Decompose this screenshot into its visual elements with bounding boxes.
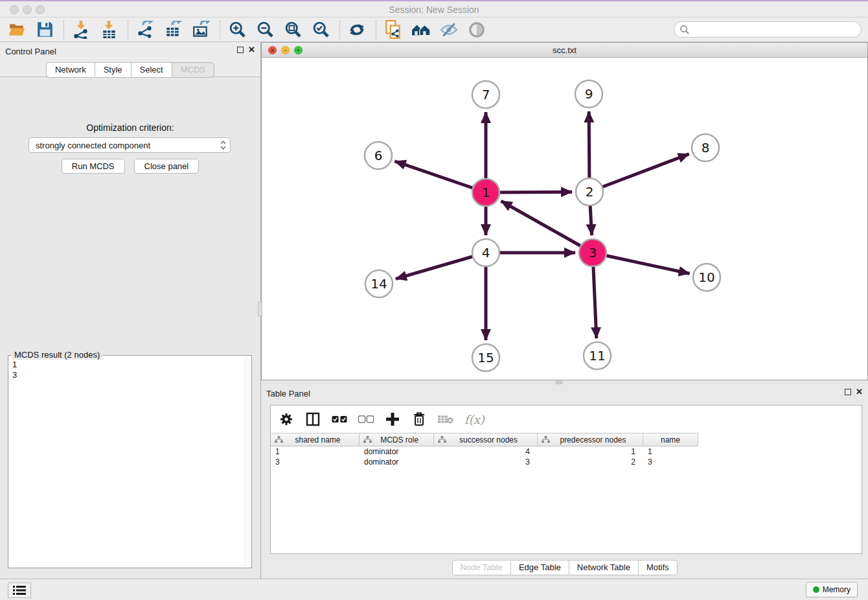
cell-successor-nodes[interactable]: 3 bbox=[434, 457, 538, 467]
mcds-result-title: MCDS result (2 nodes) bbox=[12, 350, 102, 360]
zoom-fit-icon[interactable] bbox=[282, 19, 303, 40]
session-title: Session: New Session bbox=[0, 5, 868, 15]
tab-style[interactable]: Style bbox=[95, 62, 131, 78]
graph-node-label-14: 14 bbox=[371, 276, 387, 292]
export-image-icon[interactable] bbox=[190, 19, 211, 40]
cell-predecessor-nodes[interactable]: 1 bbox=[538, 447, 643, 456]
control-panel-title: Control Panel bbox=[5, 47, 56, 56]
graph-node-label-1: 1 bbox=[482, 185, 490, 200]
app-titlebar: Session: New Session bbox=[0, 0, 868, 17]
search-icon bbox=[680, 25, 690, 35]
table-toolbar: f(x) bbox=[271, 406, 862, 433]
column-header-successor-nodes[interactable]: successor nodes bbox=[434, 433, 538, 446]
float-panel-icon[interactable] bbox=[237, 47, 244, 53]
zoom-selected-icon[interactable] bbox=[310, 19, 331, 40]
cell-shared-name[interactable]: 3 bbox=[271, 457, 360, 467]
graph-node-label-7: 7 bbox=[482, 87, 490, 102]
tree-icon bbox=[542, 436, 550, 443]
tree-icon bbox=[275, 436, 283, 443]
tab-mcds[interactable]: MCDS bbox=[172, 62, 214, 78]
search-input[interactable] bbox=[674, 21, 862, 38]
task-history-button[interactable] bbox=[8, 583, 31, 598]
tab-network-table[interactable]: Network Table bbox=[569, 560, 639, 575]
zoom-out-icon[interactable] bbox=[255, 19, 275, 40]
run-mcds-button[interactable]: Run MCDS bbox=[62, 159, 125, 174]
close-panel-button[interactable]: Close panel bbox=[134, 159, 200, 174]
open-session-icon[interactable] bbox=[6, 19, 27, 40]
graph-node-label-6: 6 bbox=[374, 148, 383, 163]
hide-details-icon[interactable] bbox=[439, 19, 459, 40]
graph-node-label-2: 2 bbox=[586, 184, 594, 200]
unselect-all-columns-icon[interactable] bbox=[358, 411, 374, 427]
import-table-icon[interactable] bbox=[98, 19, 119, 40]
graph-node-label-8: 8 bbox=[702, 140, 710, 156]
toolbar-separator bbox=[220, 21, 220, 39]
delete-table-icon bbox=[438, 411, 453, 427]
network-view-window: ✕ − + scc.txt 7968124314101511 bbox=[261, 42, 868, 380]
home-view-icon[interactable] bbox=[411, 19, 431, 40]
cell-predecessor-nodes[interactable]: 2 bbox=[538, 457, 643, 467]
optimization-criterion-label: Optimization criterion: bbox=[0, 122, 260, 133]
column-header-shared-name[interactable]: shared name bbox=[271, 433, 360, 446]
add-column-icon[interactable] bbox=[385, 411, 400, 427]
tab-network[interactable]: Network bbox=[46, 62, 95, 78]
close-panel-icon[interactable]: ✕ bbox=[248, 47, 255, 53]
network-canvas[interactable]: 7968124314101511 bbox=[262, 58, 867, 380]
table-row[interactable]: 3 dominator 3 2 3 bbox=[271, 457, 862, 467]
tab-motifs[interactable]: Motifs bbox=[639, 560, 678, 575]
tab-node-table[interactable]: Node Table bbox=[451, 560, 511, 575]
cell-name[interactable]: 1 bbox=[643, 447, 698, 456]
column-header-mcds-role[interactable]: MCDS role bbox=[360, 433, 434, 446]
memory-label: Memory bbox=[823, 585, 851, 594]
column-header-predecessor-nodes[interactable]: predecessor nodes bbox=[538, 433, 643, 446]
delete-columns-icon[interactable] bbox=[411, 411, 427, 427]
save-session-icon[interactable] bbox=[34, 19, 55, 40]
graph-node-label-4: 4 bbox=[482, 245, 490, 260]
refresh-layout-icon[interactable] bbox=[347, 19, 367, 40]
graph-node-label-15: 15 bbox=[477, 350, 494, 365]
import-network-icon[interactable] bbox=[71, 19, 91, 40]
show-columns-icon[interactable] bbox=[305, 411, 321, 427]
birdseye-view-icon[interactable] bbox=[466, 19, 487, 40]
table-row[interactable]: 1 dominator 4 1 1 bbox=[271, 446, 862, 457]
table-header-row: shared name MCDS role successor nodes pr… bbox=[271, 433, 862, 446]
mcds-result-list: 1 3 bbox=[12, 360, 17, 380]
mcds-panel-body: Optimization criterion: strongly connect… bbox=[0, 76, 260, 579]
close-table-panel-icon[interactable]: ✕ bbox=[856, 389, 863, 395]
graph-edge-3-1[interactable] bbox=[501, 201, 593, 253]
toolbar-separator bbox=[63, 21, 64, 39]
graph-node-label-3: 3 bbox=[589, 245, 597, 260]
cell-mcds-role[interactable]: dominator bbox=[360, 447, 434, 456]
graph-node-label-11: 11 bbox=[589, 348, 605, 363]
select-all-columns-icon[interactable] bbox=[332, 411, 347, 427]
table-tabs: Node Table Edge Table Network Table Moti… bbox=[451, 560, 677, 575]
node-table: f(x) shared name MCDS role successor nod… bbox=[270, 405, 862, 554]
copy-network-icon[interactable] bbox=[383, 19, 404, 40]
network-window-titlebar[interactable]: ✕ − + scc.txt bbox=[262, 43, 867, 58]
column-header-name[interactable]: name bbox=[643, 433, 698, 446]
graph-edge-3-10[interactable] bbox=[593, 253, 690, 273]
cell-shared-name[interactable]: 1 bbox=[271, 447, 360, 456]
table-settings-icon[interactable] bbox=[279, 411, 294, 427]
mcds-result-scrollbar[interactable] bbox=[244, 358, 250, 565]
criterion-select[interactable]: strongly connected component bbox=[29, 137, 231, 153]
memory-button[interactable]: Memory bbox=[806, 582, 858, 597]
float-table-panel-icon[interactable] bbox=[845, 389, 851, 395]
network-graph-svg[interactable]: 7968124314101511 bbox=[262, 58, 867, 380]
mcds-result-box: MCDS result (2 nodes) 1 3 bbox=[8, 355, 252, 568]
export-table-icon[interactable] bbox=[163, 19, 183, 40]
vertical-splitter-handle[interactable] bbox=[258, 302, 262, 316]
export-network-icon[interactable] bbox=[135, 19, 155, 40]
status-bar: Memory bbox=[0, 579, 868, 600]
cell-successor-nodes[interactable]: 4 bbox=[434, 447, 538, 456]
zoom-in-icon[interactable] bbox=[227, 19, 247, 40]
graph-edge-2-8[interactable] bbox=[589, 154, 689, 192]
tab-select[interactable]: Select bbox=[131, 62, 172, 78]
list-icon bbox=[13, 585, 26, 595]
tab-edge-table[interactable]: Edge Table bbox=[511, 560, 569, 575]
select-stepper-icon bbox=[220, 140, 226, 150]
cell-mcds-role[interactable]: dominator bbox=[360, 457, 434, 467]
graph-node-label-10: 10 bbox=[698, 270, 714, 285]
cell-name[interactable]: 3 bbox=[643, 457, 698, 467]
graph-edge-1-6[interactable] bbox=[395, 161, 486, 192]
